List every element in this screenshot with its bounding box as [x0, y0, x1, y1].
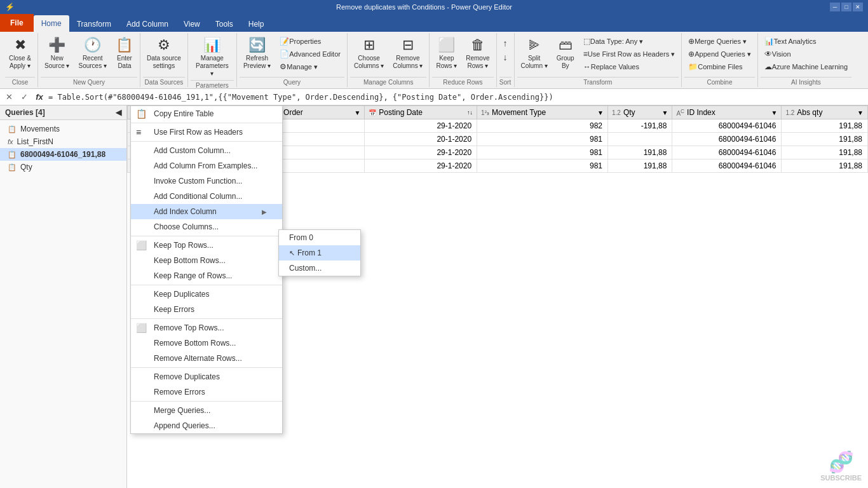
cm-remove-bottom-rows[interactable]: Remove Bottom Rows...	[131, 336, 282, 351]
group-by-button[interactable]: 🗃 GroupBy	[553, 34, 578, 72]
replace-values-button[interactable]: ↔ Replace Values	[581, 61, 677, 72]
new-source-button[interactable]: ➕ NewSource ▾	[41, 34, 73, 72]
tab-tools[interactable]: Tools	[208, 17, 241, 32]
cm-use-first-row[interactable]: ≡ Use First Row as Headers	[131, 125, 282, 140]
sm-from-1[interactable]: ↖ From 1	[279, 245, 360, 261]
cm-keep-bottom-rows[interactable]: Keep Bottom Rows...	[131, 253, 282, 268]
col-header-abs-qty[interactable]: 1.2 Abs qty ▼	[782, 106, 868, 119]
sidebar-item-active-query[interactable]: 📋 68000494-61046_191,88	[0, 148, 126, 161]
remove-top-icon: ⬜	[136, 323, 147, 333]
sort-asc-button[interactable]: ↑	[501, 37, 510, 50]
sidebar-item-list-firstn[interactable]: fx List_FirstN	[0, 135, 126, 148]
append-queries-button[interactable]: ⊕ Append Queries ▾	[686, 48, 754, 60]
ribbon-group-query: 🔄 RefreshPreview ▾ 📝 Properties 📄 Advanc…	[237, 33, 348, 87]
combine-files-button[interactable]: 📁 Combine Files	[686, 61, 754, 72]
remove-rows-icon: 🗑	[471, 37, 485, 53]
cm-choose-columns[interactable]: Choose Columns...	[131, 219, 282, 234]
cm-keep-range-rows[interactable]: Keep Range of Rows...	[131, 268, 282, 283]
submenu-arrow: ▶	[262, 208, 267, 215]
sidebar-item-movements[interactable]: 📋 Movements	[0, 123, 126, 135]
cm-add-index-column[interactable]: Add Index Column ▶	[131, 204, 282, 219]
enter-data-button[interactable]: 📋 EnterData	[112, 34, 137, 72]
keep-rows-button[interactable]: ⬜ KeepRows ▾	[432, 34, 461, 72]
sidebar-item-label-movements: Movements	[20, 125, 60, 133]
cm-remove-alternate-rows[interactable]: Remove Alternate Rows...	[131, 351, 282, 366]
cm-remove-duplicates[interactable]: Remove Duplicates	[131, 369, 282, 384]
refresh-preview-button[interactable]: 🔄 RefreshPreview ▾	[240, 34, 275, 72]
cm-sep7	[131, 401, 282, 402]
tab-help[interactable]: Help	[241, 17, 272, 32]
formula-input[interactable]	[48, 93, 865, 102]
recent-sources-button[interactable]: 🕐 RecentSources ▾	[74, 34, 110, 72]
merge-queries-button[interactable]: ⊕ Merge Queries ▾	[686, 36, 754, 47]
fx-button[interactable]: fx	[33, 91, 46, 104]
text-analytics-button[interactable]: 📊 Text Analytics	[762, 36, 850, 47]
list-firstn-icon: fx	[8, 138, 13, 146]
vision-button[interactable]: 👁 Vision	[762, 48, 850, 60]
close-apply-button[interactable]: ✖ Close &Apply ▾	[5, 34, 35, 72]
sort-desc-icon: ↓	[503, 52, 508, 62]
cell-posting-date: 29-1-2020	[365, 119, 477, 133]
close-button[interactable]: ✕	[853, 3, 863, 11]
cm-invoke-custom-function[interactable]: Invoke Custom Function...	[131, 173, 282, 189]
group-label-reduce-rows: Reduce Rows	[432, 77, 493, 86]
cm-keep-duplicates[interactable]: Keep Duplicates	[131, 287, 282, 302]
group-label-sort: Sort	[499, 77, 512, 86]
cm-sep4	[131, 285, 282, 285]
context-menu: 📋 Copy Entire Table ≡ Use First Row as H…	[130, 105, 283, 434]
sidebar-item-label-active: 68000494-61046_191,88	[20, 150, 105, 159]
tab-view[interactable]: View	[176, 17, 208, 32]
formula-accept-button[interactable]: ✓	[18, 91, 31, 104]
manage-parameters-button[interactable]: 📊 ManageParameters ▾	[191, 34, 234, 80]
cm-sep2	[131, 141, 282, 142]
first-row-icon: ≡	[583, 50, 588, 58]
sidebar-header: Queries [4] ◀	[0, 105, 126, 120]
sidebar-item-qty[interactable]: 📋 Qty	[0, 161, 126, 173]
advanced-editor-button[interactable]: 📄 Advanced Editor	[277, 48, 343, 60]
cm-keep-top-rows[interactable]: ⬜ Keep Top Rows...	[131, 238, 282, 253]
submenu-index-column: From 0 ↖ From 1 Custom...	[278, 229, 361, 276]
queries-label: Queries [4]	[5, 108, 45, 117]
cm-append-queries[interactable]: Append Queries...	[131, 418, 282, 433]
cm-copy-table[interactable]: 📋 Copy Entire Table	[131, 106, 282, 121]
properties-button[interactable]: 📝 Properties	[277, 36, 343, 47]
group-label-ai-insights: AI Insights	[761, 77, 851, 86]
ribbon-group-data-sources: ⚙ Data sourcesettings Data Sources	[140, 33, 188, 87]
sm-from-0[interactable]: From 0	[279, 230, 360, 245]
cm-remove-top-rows[interactable]: ⬜ Remove Top Rows...	[131, 320, 282, 336]
cm-add-column-examples[interactable]: Add Column From Examples...	[131, 158, 282, 173]
manage-button[interactable]: ⚙ Manage ▾	[277, 61, 343, 72]
cursor-icon: ↖	[289, 249, 295, 257]
col-header-id-index[interactable]: AC ID Index ▼	[672, 106, 782, 119]
col-header-posting-date[interactable]: 📅 Posting Date ↑↓	[365, 106, 477, 119]
data-source-settings-button[interactable]: ⚙ Data sourcesettings	[143, 34, 185, 72]
first-row-headers-button[interactable]: ≡ Use First Row as Headers ▾	[581, 48, 677, 60]
remove-rows-button[interactable]: 🗑 RemoveRows ▾	[462, 34, 493, 72]
tab-file[interactable]: File	[0, 14, 34, 32]
choose-columns-button[interactable]: ⊞ ChooseColumns ▾	[350, 34, 388, 72]
maximize-button[interactable]: □	[841, 3, 851, 11]
cm-add-custom-column[interactable]: Add Custom Column...	[131, 143, 282, 158]
tab-home[interactable]: Home	[34, 15, 69, 32]
sm-custom[interactable]: Custom...	[279, 261, 360, 276]
col-header-movement-type[interactable]: 1²₃ Movement Type ▼	[477, 106, 608, 119]
group-label-close: Close	[5, 77, 35, 86]
keep-top-icon: ⬜	[136, 240, 147, 250]
cell-id-index: 68000494-61046	[672, 146, 782, 159]
minimize-button[interactable]: ─	[830, 3, 840, 11]
azure-ml-button[interactable]: ☁ Azure Machine Learning	[762, 61, 850, 72]
formula-reject-button[interactable]: ✕	[3, 91, 15, 104]
sidebar-collapse-icon[interactable]: ◀	[116, 108, 121, 117]
tab-transform[interactable]: Transform	[69, 17, 119, 32]
sort-desc-button[interactable]: ↓	[501, 51, 510, 64]
cm-keep-errors[interactable]: Keep Errors	[131, 302, 282, 317]
split-column-button[interactable]: ⫸ SplitColumn ▾	[517, 34, 552, 72]
cm-merge-queries[interactable]: Merge Queries...	[131, 403, 282, 418]
cm-remove-errors[interactable]: Remove Errors	[131, 384, 282, 400]
col-header-qty[interactable]: 1.2 Qty ▼	[608, 106, 672, 119]
cm-add-conditional-column[interactable]: Add Conditional Column...	[131, 189, 282, 204]
tab-add-column[interactable]: Add Column	[119, 17, 176, 32]
remove-columns-button[interactable]: ⊟ RemoveColumns ▾	[389, 34, 426, 72]
data-type-button[interactable]: ⬚ Data Type: Any ▾	[581, 36, 677, 47]
azure-ml-icon: ☁	[764, 62, 772, 71]
